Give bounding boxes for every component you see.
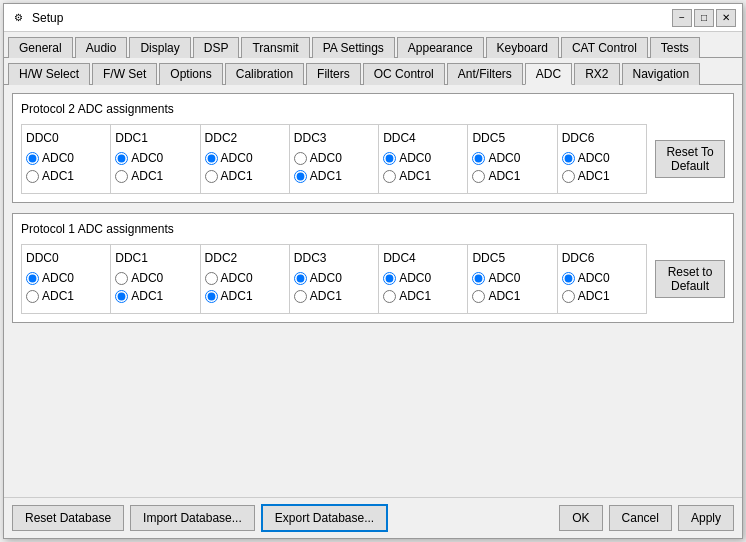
protocol1-grid-adc0-radio-1[interactable]	[115, 272, 128, 285]
protocol2-reset-button[interactable]: Reset ToDefault	[655, 140, 725, 178]
main-tab-audio[interactable]: Audio	[75, 37, 128, 58]
protocol1-grid-adc0-radio-3[interactable]	[294, 272, 307, 285]
protocol1-grid-adc0-label-5[interactable]: ADC0	[472, 271, 520, 285]
protocol2-grid-adc0-label-2[interactable]: ADC0	[205, 151, 253, 165]
protocol1-grid-adc1-label-4[interactable]: ADC1	[383, 289, 431, 303]
protocol1-grid-adc0-radio-0[interactable]	[26, 272, 39, 285]
protocol2-grid-adc0-label-0[interactable]: ADC0	[26, 151, 74, 165]
main-tab-pa-settings[interactable]: PA Settings	[312, 37, 395, 58]
protocol2-grid-adc1-radio-3[interactable]	[294, 170, 307, 183]
ok-button[interactable]: OK	[559, 505, 602, 531]
protocol2-grid-col-ddc0: DDC0ADC0ADC1	[21, 124, 111, 194]
protocol2-grid-adc0-radio-0[interactable]	[26, 152, 39, 165]
protocol1-grid-adc1-radio-6[interactable]	[562, 290, 575, 303]
protocol1-grid-adc0-radio-4[interactable]	[383, 272, 396, 285]
protocol2-grid-col-label-4: DDC4	[383, 131, 416, 145]
protocol1-grid-adc0-label-4[interactable]: ADC0	[383, 271, 431, 285]
main-window: ⚙ Setup − □ ✕ GeneralAudioDisplayDSPTran…	[3, 3, 743, 539]
protocol2-grid-adc0-label-4[interactable]: ADC0	[383, 151, 431, 165]
protocol2-grid-adc1-radio-2[interactable]	[205, 170, 218, 183]
sub-tab-oc-control[interactable]: OC Control	[363, 63, 445, 85]
main-tab-row: GeneralAudioDisplayDSPTransmitPA Setting…	[4, 32, 742, 58]
protocol1-grid-adc0-label-6[interactable]: ADC0	[562, 271, 610, 285]
sub-tab-filters[interactable]: Filters	[306, 63, 361, 85]
protocol1-grid-adc1-label-1[interactable]: ADC1	[115, 289, 163, 303]
apply-button[interactable]: Apply	[678, 505, 734, 531]
protocol2-grid-adc0-label-6[interactable]: ADC0	[562, 151, 610, 165]
reset-database-button[interactable]: Reset Database	[12, 505, 124, 531]
protocol2-grid-adc1-label-0[interactable]: ADC1	[26, 169, 74, 183]
sub-tab-rx2[interactable]: RX2	[574, 63, 619, 85]
protocol1-grid-col-ddc4: DDC4ADC0ADC1	[379, 244, 468, 314]
protocol1-grid-adc1-radio-1[interactable]	[115, 290, 128, 303]
close-button[interactable]: ✕	[716, 9, 736, 27]
protocol2-grid-adc1-label-1[interactable]: ADC1	[115, 169, 163, 183]
cancel-button[interactable]: Cancel	[609, 505, 672, 531]
protocol2-grid-adc1-radio-4[interactable]	[383, 170, 396, 183]
protocol1-grid-adc0-label-0[interactable]: ADC0	[26, 271, 74, 285]
main-tab-keyboard[interactable]: Keyboard	[486, 37, 559, 58]
protocol2-grid-wrapper: DDC0ADC0ADC1DDC1ADC0ADC1DDC2ADC0ADC1DDC3…	[21, 124, 725, 194]
main-tab-display[interactable]: Display	[129, 37, 190, 58]
main-tab-transmit[interactable]: Transmit	[241, 37, 309, 58]
protocol2-grid-adc0-radio-4[interactable]	[383, 152, 396, 165]
protocol2-grid-adc1-label-4[interactable]: ADC1	[383, 169, 431, 183]
protocol1-grid-adc1-radio-3[interactable]	[294, 290, 307, 303]
protocol1-grid-adc0-label-2[interactable]: ADC0	[205, 271, 253, 285]
main-tab-dsp[interactable]: DSP	[193, 37, 240, 58]
protocol2-grid-adc1-label-6[interactable]: ADC1	[562, 169, 610, 183]
protocol1-grid-col-ddc3: DDC3ADC0ADC1	[290, 244, 379, 314]
protocol2-grid-adc0-label-5[interactable]: ADC0	[472, 151, 520, 165]
protocol1-grid-adc0-radio-5[interactable]	[472, 272, 485, 285]
protocol1-grid-adc1-label-3[interactable]: ADC1	[294, 289, 342, 303]
protocol2-grid-adc0-radio-1[interactable]	[115, 152, 128, 165]
sub-tab-calibration[interactable]: Calibration	[225, 63, 304, 85]
protocol2-grid-adc0-label-3[interactable]: ADC0	[294, 151, 342, 165]
protocol1-grid-adc1-label-0[interactable]: ADC1	[26, 289, 74, 303]
protocol2-grid-col-label-2: DDC2	[205, 131, 238, 145]
protocol1-grid-adc0-radio-2[interactable]	[205, 272, 218, 285]
protocol1-grid-adc0-label-3[interactable]: ADC0	[294, 271, 342, 285]
sub-tab-h-w-select[interactable]: H/W Select	[8, 63, 90, 85]
protocol2-grid-adc1-label-2[interactable]: ADC1	[205, 169, 253, 183]
protocol1-grid-col-label-6: DDC6	[562, 251, 595, 265]
protocol1-grid-adc1-radio-5[interactable]	[472, 290, 485, 303]
protocol1-grid-col-ddc6: DDC6ADC0ADC1	[558, 244, 647, 314]
export-database-button[interactable]: Export Database...	[261, 504, 388, 532]
protocol1-grid-adc1-radio-2[interactable]	[205, 290, 218, 303]
protocol1-grid-adc0-radio-6[interactable]	[562, 272, 575, 285]
main-tab-tests[interactable]: Tests	[650, 37, 700, 58]
protocol2-grid-adc0-radio-3[interactable]	[294, 152, 307, 165]
protocol2-grid-adc0-label-1[interactable]: ADC0	[115, 151, 163, 165]
sub-tab-ant-filters[interactable]: Ant/Filters	[447, 63, 523, 85]
protocol2-grid-adc0-radio-5[interactable]	[472, 152, 485, 165]
protocol2-grid-adc1-radio-1[interactable]	[115, 170, 128, 183]
protocol2-grid-adc1-radio-5[interactable]	[472, 170, 485, 183]
sub-tab-f-w-set[interactable]: F/W Set	[92, 63, 157, 85]
minimize-button[interactable]: −	[672, 9, 692, 27]
sub-tab-adc[interactable]: ADC	[525, 63, 572, 85]
protocol1-grid-adc1-radio-4[interactable]	[383, 290, 396, 303]
main-tab-general[interactable]: General	[8, 37, 73, 58]
sub-tab-options[interactable]: Options	[159, 63, 222, 85]
protocol2-grid-adc1-label-3[interactable]: ADC1	[294, 169, 342, 183]
protocol1-grid-adc1-label-5[interactable]: ADC1	[472, 289, 520, 303]
protocol2-grid-adc1-label-5[interactable]: ADC1	[472, 169, 520, 183]
sub-tab-navigation[interactable]: Navigation	[622, 63, 701, 85]
protocol1-grid-adc1-radio-0[interactable]	[26, 290, 39, 303]
protocol2-grid-adc1-radio-6[interactable]	[562, 170, 575, 183]
protocol2-grid-col-label-0: DDC0	[26, 131, 59, 145]
protocol1-grid-adc0-label-1[interactable]: ADC0	[115, 271, 163, 285]
protocol1-reset-button[interactable]: Reset toDefault	[655, 260, 725, 298]
protocol2-grid-adc0-radio-6[interactable]	[562, 152, 575, 165]
maximize-button[interactable]: □	[694, 9, 714, 27]
protocol1-grid-col-ddc5: DDC5ADC0ADC1	[468, 244, 557, 314]
protocol1-grid-adc1-label-2[interactable]: ADC1	[205, 289, 253, 303]
protocol1-grid-adc1-label-6[interactable]: ADC1	[562, 289, 610, 303]
main-tab-cat-control[interactable]: CAT Control	[561, 37, 648, 58]
protocol2-grid-adc1-radio-0[interactable]	[26, 170, 39, 183]
import-database-button[interactable]: Import Database...	[130, 505, 255, 531]
main-tab-appearance[interactable]: Appearance	[397, 37, 484, 58]
protocol2-grid-adc0-radio-2[interactable]	[205, 152, 218, 165]
protocol2-grid-col-ddc3: DDC3ADC0ADC1	[290, 124, 379, 194]
